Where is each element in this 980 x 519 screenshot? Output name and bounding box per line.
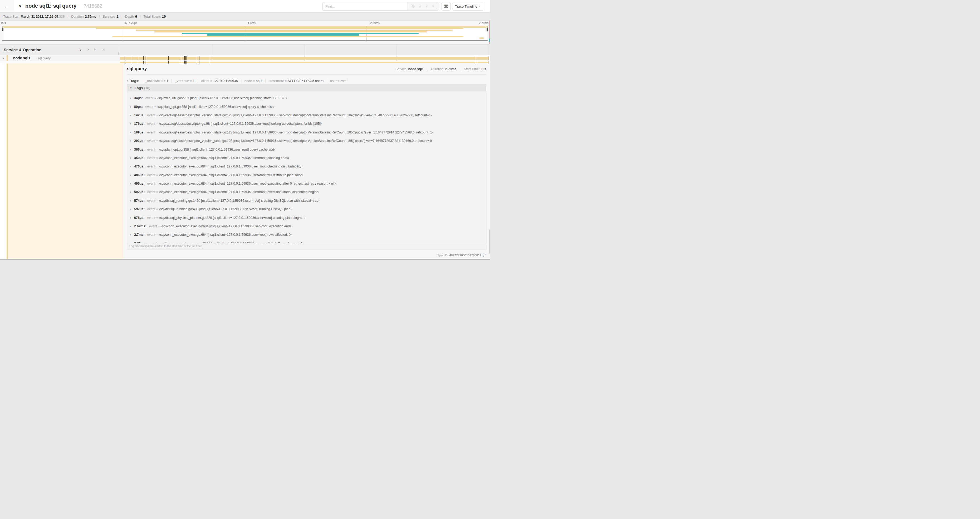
minimap-span-bar [182,33,419,34]
expanded-span-bar-strip [0,61,490,64]
trace-id: 7418682 [84,3,102,9]
span-bar-track[interactable] [120,55,489,61]
log-row[interactable]: ›142μs:event=‹sql/catalog/lease/descript… [127,111,486,120]
equals-sign: = [154,105,156,109]
scrollbar-thumb[interactable] [489,230,490,254]
keyboard-shortcuts-button[interactable]: ⌘ [442,2,450,11]
log-row[interactable]: ›201μs:event=‹sql/catalog/lease/descript… [127,137,486,145]
log-timestamp: 80μs: [134,105,143,109]
minimap-span-bar [96,28,463,29]
summary-item: Total Spans10 [140,15,169,18]
log-timestamp: 189μs: [134,131,145,134]
log-value: ‹sql/distsql_physical_planner.go:828 [ns… [159,216,305,220]
log-row[interactable]: ›486μs:event=‹sql/conn_executor_exec.go:… [127,171,486,179]
log-row[interactable]: ›597μs:event=‹sql/distsql_running.go:498… [127,205,486,213]
log-row[interactable]: ›2.7ms:event=‹sql/conn_executor_exec.go:… [127,230,486,239]
log-value: ‹sql/conn_executor_exec.go:684 [nsql1,cl… [159,164,302,168]
logs-header[interactable]: ∨ Logs (18) [127,85,486,91]
back-button[interactable]: ← [0,0,14,13]
log-timestamp: 2.7ms: [134,233,145,236]
expand-all-icon[interactable]: » [94,48,97,50]
view-selector-button[interactable]: Trace Timeline ∨ [453,2,483,11]
log-key: event [147,148,156,152]
log-row[interactable]: ›459μs:event=‹sql/conn_executor_exec.go:… [127,154,486,162]
log-timestamp: 366μs: [134,148,145,152]
match-target-icon[interactable] [412,5,415,8]
minimap-tick-label: 1.4ms [248,21,256,24]
log-chevron-right-icon: › [130,224,134,228]
logs-label: Logs [135,86,143,90]
log-chevron-right-icon: › [130,182,134,185]
equals-sign: = [338,79,339,83]
log-row[interactable]: ›176μs:event=‹sql/catalog/descs/descript… [127,120,486,128]
span-color-accent [6,55,8,61]
log-marker [196,61,196,64]
log-marker [131,61,131,64]
minimap-canvas[interactable] [2,26,488,41]
find-input[interactable] [323,2,407,10]
tag-value: SELECT * FROM users [288,79,323,83]
summary-label: Depth [125,15,134,18]
log-row[interactable]: ›476μs:event=‹sql/conn_executor_exec.go:… [127,162,486,171]
collapse-all-icon[interactable]: » [102,48,105,51]
log-key: event [147,122,156,126]
log-chevron-right-icon: › [130,105,134,109]
deep-link-icon[interactable] [482,254,486,257]
minimap-span-bar [113,36,463,37]
minimap-span-bar [207,34,359,35]
tag-item: _verbose=1 [172,79,198,83]
span-row-node-sql1[interactable]: ∨ node sql1 sql query [0,55,120,61]
summary-label: Total Spans [143,15,161,18]
minimap-span-bar [136,30,453,31]
log-marker [488,61,488,64]
span-detail-panel: sql query Service: node sql1 Duration: 2… [123,64,490,259]
timeline-minimap-section: 0μs697.75μs1.4ms2.09ms2.79ms [0,21,490,44]
log-row[interactable]: ›189μs:event=‹sql/catalog/lease/descript… [127,128,486,137]
tag-key: client [201,79,209,83]
detail-left-column [0,64,123,259]
span-id-row: SpanID: 4877749850101760812 [438,254,486,257]
tags-row[interactable]: › Tags: _unfinished=1_verbose=1client=12… [127,77,486,84]
log-key: event [147,113,156,117]
log-row[interactable]: ›2.69ms:event=‹sql/conn_executor_exec.go… [127,222,486,230]
log-row[interactable]: ›34μs:event=‹sql/exec_util.go:2297 [nsql… [127,94,486,102]
log-marker [488,56,488,61]
tag-key: node [245,79,252,83]
tags-label: Tags: [130,79,139,83]
log-chevron-right-icon: › [130,233,134,236]
start-time-value: 0μs [480,67,486,71]
log-row[interactable]: ›80μs:event=‹sql/plan_opt.go:358 [nsql1,… [127,102,486,111]
equals-sign: = [156,148,158,151]
service-label: Service: [395,67,407,71]
column-resize-grip[interactable]: ∥ [118,52,119,54]
log-marker [183,56,183,61]
log-timestamp: 476μs: [134,164,145,168]
expand-one-icon[interactable]: ∨ [79,48,82,51]
log-row[interactable]: ›366μs:event=‹sql/plan_opt.go:358 [nsql1… [127,145,486,153]
summary-value: 10 [162,15,166,18]
equals-sign: = [154,96,156,100]
log-chevron-right-icon: › [130,207,134,211]
row-chevron-down-icon[interactable]: ∨ [2,56,5,60]
log-timestamp: 201μs: [134,139,145,143]
next-match-icon[interactable]: ∨ [425,5,428,8]
equals-sign: = [156,114,158,117]
log-marker [168,56,169,61]
log-marker [186,56,187,61]
collapse-trace-icon[interactable]: ∨ [18,3,22,9]
collapse-one-icon[interactable]: › [88,48,89,51]
span-id-value: 4877749850101760812 [449,254,481,257]
log-row[interactable]: ›574μs:event=‹sql/distsql_running.go:142… [127,196,486,205]
prev-match-icon[interactable]: ∧ [419,5,421,8]
tag-item: node=sql1 [241,79,266,83]
log-chevron-right-icon: › [130,199,134,203]
log-row[interactable]: ›502μs:event=‹sql/conn_executor_exec.go:… [127,188,486,196]
equals-sign: = [156,122,158,125]
log-key: event [145,96,154,100]
tags-chevron-right-icon: › [127,79,128,83]
log-chevron-right-icon: › [130,131,134,134]
log-chevron-right-icon: › [130,173,134,177]
clear-search-icon[interactable]: ✕ [432,5,434,8]
log-row[interactable]: ›678μs:event=‹sql/distsql_physical_plann… [127,213,486,222]
log-row[interactable]: ›495μs:event=‹sql/conn_executor_exec.go:… [127,179,486,188]
